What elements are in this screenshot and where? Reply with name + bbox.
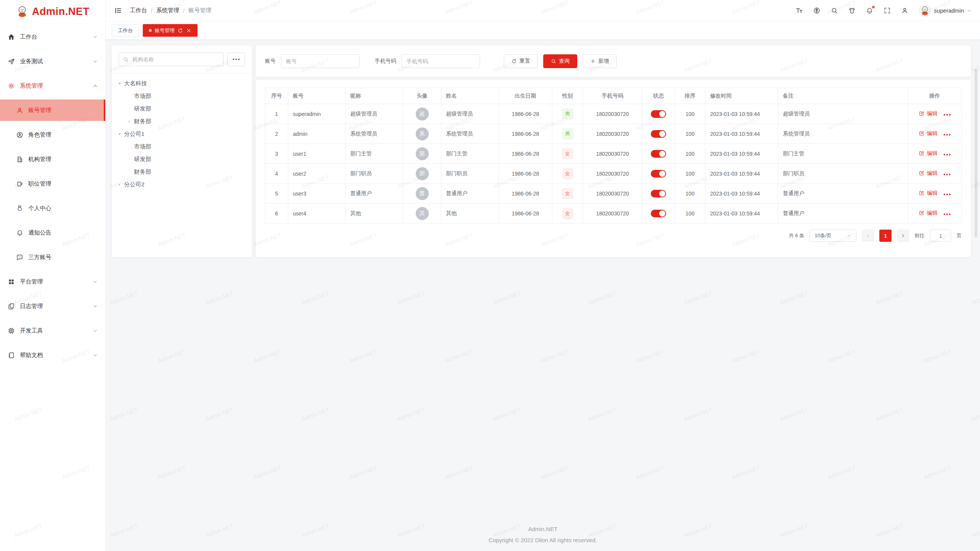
tree-node[interactable]: 分公司2 <box>112 178 252 191</box>
search-icon[interactable] <box>831 7 838 14</box>
reset-button[interactable]: 重置 <box>504 54 538 68</box>
tree-node[interactable]: 市场部 <box>112 140 252 153</box>
sidebar-item-third-party-account[interactable]: 三方账号 <box>0 246 105 268</box>
sidebar-item-dev-tools[interactable]: 开发工具 <box>0 320 105 341</box>
tab-account-management[interactable]: 账号管理 <box>143 24 198 37</box>
col-remark: 备注 <box>778 88 908 104</box>
tree-node[interactable]: 研发部 <box>112 103 252 115</box>
sidebar-item-account-management[interactable]: 账号管理 <box>0 99 105 121</box>
sidebar-item-business-test[interactable]: 业务测试 <box>0 51 105 72</box>
chevron-left-icon <box>866 233 870 238</box>
more-actions-icon[interactable] <box>944 171 951 175</box>
documents-icon <box>8 303 15 310</box>
cell-birthdate: 1986-06-28 <box>499 104 552 124</box>
status-toggle[interactable] <box>651 170 666 178</box>
edit-button[interactable]: 编辑 <box>919 210 938 217</box>
sidebar-item-log-management[interactable]: 日志管理 <box>0 295 105 317</box>
edit-button[interactable]: 编辑 <box>919 190 938 197</box>
cell-remark: 系统管理员 <box>778 124 908 144</box>
sidebar-item-label: 个人中心 <box>28 205 51 212</box>
cell-modified: 2023-01-03 10:59:44 <box>706 144 778 164</box>
more-actions-icon[interactable] <box>944 152 951 155</box>
cpu-icon <box>8 327 15 334</box>
scrollbar-thumb[interactable] <box>975 69 977 237</box>
status-toggle[interactable] <box>651 210 666 217</box>
tab-bar: 工作台 账号管理 <box>106 21 980 39</box>
sidebar-item-system-management[interactable]: 系统管理 <box>0 75 105 96</box>
tab-workbench[interactable]: 工作台 <box>112 24 139 37</box>
cell-nickname: 部门主管 <box>346 144 403 164</box>
status-toggle[interactable] <box>651 110 666 118</box>
breadcrumb-system-management[interactable]: 系统管理 <box>156 7 179 14</box>
tree-node[interactable]: 大名科技 <box>112 77 252 90</box>
avatar: 部 <box>416 167 429 180</box>
next-page-button[interactable] <box>897 230 909 242</box>
caret-down-icon[interactable] <box>116 80 123 88</box>
cell-index: 3 <box>265 144 288 164</box>
tree-node[interactable]: 市场部 <box>112 90 252 103</box>
user-icon <box>16 107 23 114</box>
fullscreen-icon[interactable] <box>884 7 891 14</box>
more-actions-icon[interactable] <box>944 211 951 215</box>
tree-more-button[interactable] <box>227 52 245 66</box>
org-search-input[interactable] <box>132 56 219 63</box>
tree-node[interactable]: 分公司1 <box>112 128 252 140</box>
edit-button[interactable]: 编辑 <box>919 110 938 117</box>
goto-page-input[interactable] <box>930 230 951 242</box>
sidebar-item-position-management[interactable]: 职位管理 <box>0 173 105 194</box>
phone-input[interactable] <box>402 54 480 68</box>
breadcrumb-workbench[interactable]: 工作台 <box>130 7 147 14</box>
language-icon[interactable] <box>813 7 820 14</box>
topbar-actions: superadmin <box>795 5 972 17</box>
avatar: 系 <box>416 127 429 140</box>
query-button[interactable]: 查询 <box>543 54 577 68</box>
profile-icon[interactable] <box>901 7 908 14</box>
col-birthdate: 出生日期 <box>499 88 552 104</box>
bell-icon <box>16 229 23 236</box>
sidebar-item-org-management[interactable]: 机构管理 <box>0 148 105 170</box>
theme-icon[interactable] <box>848 7 856 14</box>
mug-icon <box>16 180 23 187</box>
more-actions-icon[interactable] <box>944 191 951 195</box>
cell-nickname: 系统管理员 <box>346 124 403 144</box>
caret-down-icon[interactable] <box>116 130 123 138</box>
edit-icon <box>919 190 924 196</box>
status-toggle[interactable] <box>651 150 666 158</box>
close-icon[interactable] <box>186 28 191 33</box>
tree-node[interactable]: 研发部 <box>112 153 252 166</box>
page-size-select[interactable]: 10条/页 <box>810 230 856 242</box>
collapse-menu-icon[interactable] <box>114 7 122 15</box>
user-menu[interactable]: superadmin <box>919 5 972 17</box>
font-size-icon[interactable] <box>795 7 803 14</box>
grid-icon <box>8 278 15 285</box>
more-actions-icon[interactable] <box>944 132 951 135</box>
tree-node[interactable]: 财务部 <box>112 166 252 178</box>
refresh-icon[interactable] <box>178 28 183 33</box>
sidebar-item-role-management[interactable]: 角色管理 <box>0 124 105 145</box>
page-number-1[interactable]: 1 <box>879 230 892 242</box>
sidebar-item-workbench[interactable]: 工作台 <box>0 26 105 47</box>
account-input[interactable] <box>281 54 359 68</box>
sidebar-item-label: 通知公告 <box>28 229 51 236</box>
table-header-row: 序号 账号 昵称 头像 姓名 出生日期 性别 手机号码 状态 排序 修改时间 备… <box>265 88 962 104</box>
edit-button[interactable]: 编辑 <box>919 130 938 137</box>
sidebar-item-personal-center[interactable]: 个人中心 <box>0 197 105 219</box>
prev-page-button[interactable] <box>862 230 874 242</box>
sidebar-item-help-docs[interactable]: 帮助文档 <box>0 344 105 366</box>
tree-node[interactable]: 财务部 <box>112 115 252 128</box>
notifications-button[interactable] <box>866 7 873 14</box>
status-toggle[interactable] <box>651 190 666 197</box>
sidebar-item-notice[interactable]: 通知公告 <box>0 222 105 243</box>
sidebar-item-label: 机构管理 <box>28 156 51 163</box>
edit-button[interactable]: 编辑 <box>919 150 938 157</box>
sidebar-item-platform-management[interactable]: 平台管理 <box>0 271 105 292</box>
more-actions-icon[interactable] <box>944 112 951 116</box>
add-button[interactable]: 新增 <box>583 54 617 68</box>
caret-right-icon[interactable] <box>126 118 133 126</box>
caret-right-icon[interactable] <box>116 181 123 189</box>
edit-button[interactable]: 编辑 <box>919 170 938 177</box>
org-search-field[interactable] <box>119 52 224 66</box>
table-row: 4 user2 部门职员 部 部门职员 1986-06-28 女 1802003… <box>265 164 962 184</box>
cell-nickname: 普通用户 <box>346 184 403 204</box>
status-toggle[interactable] <box>651 130 666 138</box>
